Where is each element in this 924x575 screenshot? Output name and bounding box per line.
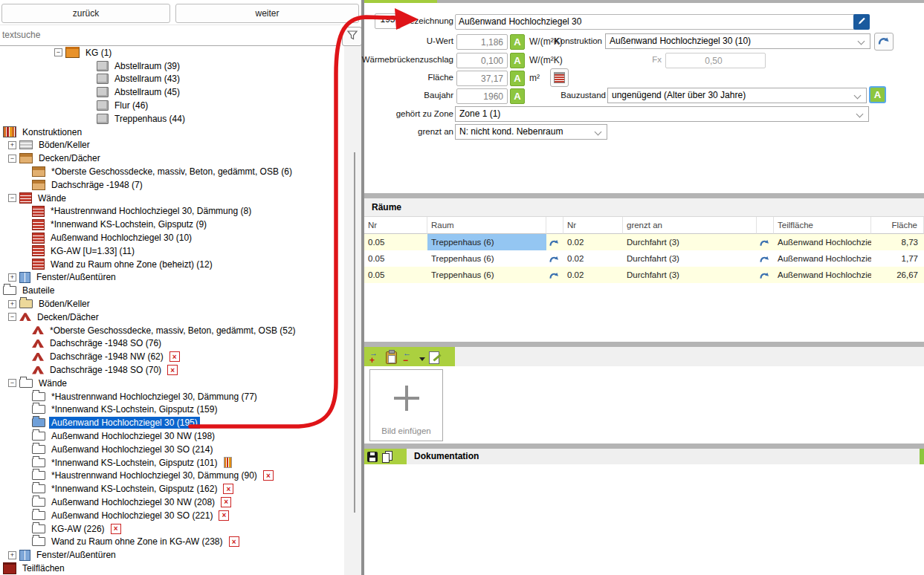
remove-row-icon[interactable] — [401, 350, 416, 364]
tree-item[interactable]: *Oberste Geschossdecke, massiv, Beton, g… — [0, 324, 342, 337]
zone-dropdown[interactable]: Zone 1 (1) — [455, 106, 869, 122]
tree-item[interactable]: *Innenwand KS-Lochstein, Gipsputz (101) — [0, 456, 342, 470]
cell-flaeche[interactable]: 8,73 — [871, 234, 924, 250]
cell-grenzt-an[interactable]: Durchfahrt (3) — [623, 250, 757, 267]
expand-toggle-icon[interactable] — [8, 379, 16, 387]
konstruktion-dropdown[interactable]: Außenwand Hochlochziegel 30 (10) — [605, 33, 870, 49]
tree-scrollbar-thumb[interactable] — [354, 152, 355, 513]
baujahr-auto-badge[interactable]: A — [510, 88, 525, 104]
tree-item[interactable]: *Haustrennwand Hochlochziegel 30, Dämmun… — [0, 470, 342, 483]
flaeche-auto-badge[interactable]: A — [510, 71, 525, 86]
tree-item[interactable]: Wand zu Raum ohne Zone in KG-AW (238) — [0, 535, 342, 548]
expand-toggle-icon[interactable] — [8, 194, 16, 202]
next-button[interactable]: weiter — [175, 4, 359, 23]
cell-flaeche[interactable]: 1,77 — [871, 250, 924, 267]
tree-item[interactable]: Außenwand Hochlochziegel 30 NW (198) — [0, 429, 342, 443]
grenzt-an-dropdown[interactable]: N: nicht kond. Nebenraum — [455, 124, 607, 140]
tree-item[interactable]: Böden/Keller — [0, 139, 342, 152]
jump-arrow-icon[interactable] — [546, 250, 563, 267]
col-nr[interactable]: Nr — [364, 217, 427, 234]
cell-grenzt-an[interactable]: Durchfahrt (3) — [623, 234, 757, 250]
tree-item[interactable]: KG-AW [U=1.33] (11) — [0, 244, 342, 258]
wbz-auto-badge[interactable]: A — [510, 53, 525, 68]
tree-scrollbar[interactable] — [344, 46, 361, 575]
cell-flaeche[interactable]: 26,67 — [871, 267, 924, 283]
raeume-table-row[interactable]: 0.05 Treppenhaus (6) 0.02 Durchfahrt (3)… — [364, 267, 924, 283]
flaeche-input[interactable] — [456, 71, 508, 86]
raeume-table-row[interactable]: 0.05 Treppenhaus (6) 0.02 Durchfahrt (3)… — [364, 250, 924, 267]
cell-raum[interactable]: Treppenhaus (6) — [427, 250, 546, 267]
splitter[interactable] — [364, 444, 924, 449]
jump-arrow-icon[interactable] — [757, 267, 774, 283]
copy-icon[interactable] — [382, 451, 392, 462]
cell-nr2[interactable]: 0.02 — [563, 234, 623, 250]
col-teilflaeche[interactable]: Teilfläche — [774, 217, 871, 234]
tree-item[interactable]: Dachschräge -1948 NW (62) — [0, 350, 342, 363]
u-wert-auto-badge[interactable]: A — [510, 34, 525, 50]
raeume-table-row[interactable]: 0.05 Treppenhaus (6) 0.02 Durchfahrt (3)… — [364, 234, 924, 250]
expand-toggle-icon[interactable] — [8, 141, 16, 149]
baujahr-input[interactable] — [456, 88, 508, 104]
tree-item[interactable]: Außenwand Hochlochziegel 30 NW (208) — [0, 496, 342, 509]
text-search-input[interactable]: textsuche — [0, 25, 340, 46]
cell-raum[interactable]: Treppenhaus (6) — [427, 234, 546, 250]
tree-item[interactable]: Decken/Dächer — [0, 311, 342, 324]
tree-item[interactable]: Wand zu Raum ohne Zone (beheizt) (12) — [0, 258, 342, 271]
tree-item[interactable]: KG (1) — [0, 46, 342, 59]
tree-item[interactable]: Dachschräge -1948 (7) — [0, 178, 342, 192]
expand-toggle-icon[interactable] — [8, 551, 16, 559]
tree-item[interactable]: Außenwand Hochlochziegel 30 (195) — [0, 416, 342, 429]
splitter[interactable] — [364, 342, 924, 347]
col-flaeche[interactable]: Fläche [m²] — [871, 217, 924, 234]
tree-item[interactable]: Konstruktionen — [0, 126, 342, 139]
expand-toggle-icon[interactable] — [54, 48, 62, 56]
tree-item[interactable]: Flur (46) — [0, 99, 342, 112]
tree-item[interactable]: Abstellraum (43) — [0, 73, 342, 86]
jump-arrow-icon[interactable] — [757, 234, 774, 250]
insert-document-icon[interactable] — [429, 351, 439, 364]
paste-icon[interactable] — [386, 351, 397, 364]
fx-input[interactable] — [665, 53, 766, 68]
goto-konstruktion-button[interactable] — [874, 33, 894, 51]
cell-nr[interactable]: 0.05 — [364, 250, 427, 267]
bauzustand-auto-button[interactable]: A — [869, 86, 886, 103]
jump-arrow-icon[interactable] — [546, 267, 563, 283]
cell-raum[interactable]: Treppenhaus (6) — [427, 267, 546, 283]
tree-item[interactable]: Fenster/Außentüren — [0, 548, 342, 562]
tree-item[interactable]: Außenwand Hochlochziegel 30 SO (221) — [0, 509, 342, 522]
u-wert-input[interactable] — [456, 34, 508, 50]
tree-item[interactable]: Teilflächen — [0, 562, 342, 575]
col-nr2[interactable]: Nr — [563, 217, 623, 234]
splitter[interactable] — [364, 193, 924, 198]
bauzustand-dropdown[interactable]: ungenügend (Alter über 30 Jahre) — [607, 88, 867, 103]
expand-toggle-icon[interactable] — [8, 273, 16, 282]
tree-item[interactable]: Abstellraum (39) — [0, 59, 342, 73]
tree-item[interactable]: Außenwand Hochlochziegel 30 (10) — [0, 231, 342, 244]
add-row-icon[interactable] — [367, 350, 382, 364]
tree-item[interactable]: Dachschräge -1948 SO (76) — [0, 337, 342, 351]
tree-item[interactable]: KG-AW (226) — [0, 522, 342, 536]
tree-item[interactable]: *Innenwand KS-Lochstein, Gipsputz (159) — [0, 403, 342, 417]
bezeichnung-input[interactable]: Außenwand Hochlochziegel 30 — [455, 14, 856, 30]
tree-item[interactable]: Fenster/Außentüren — [0, 271, 342, 285]
tree-item[interactable]: *Innenwand KS-Lochstein, Gipsputz (9) — [0, 218, 342, 231]
cell-teilflaeche[interactable]: Außenwand Hochlochziegel ... — [774, 250, 871, 267]
tree-item[interactable]: *Haustrennwand Hochlochziegel 30, Dämmun… — [0, 205, 342, 218]
tree-item[interactable]: Bauteile — [0, 284, 342, 297]
cell-teilflaeche[interactable]: Außenwand Hochlochziegel ... — [774, 267, 871, 283]
col-grenzt-an[interactable]: grenzt an — [623, 217, 757, 234]
tree-item[interactable]: Böden/Keller — [0, 297, 342, 311]
save-icon[interactable] — [367, 452, 378, 462]
expand-toggle-icon[interactable] — [8, 313, 16, 321]
tree-item[interactable]: Dachschräge -1948 SO (70) — [0, 363, 342, 377]
tree-item[interactable]: Decken/Dächer — [0, 152, 342, 165]
tree-item[interactable]: Abstellraum (45) — [0, 85, 342, 99]
expand-toggle-icon[interactable] — [8, 155, 16, 163]
cell-grenzt-an[interactable]: Durchfahrt (3) — [623, 267, 757, 283]
back-button[interactable]: zurück — [1, 4, 170, 23]
menu-caret-icon[interactable] — [419, 357, 425, 361]
tree-item[interactable]: Wände — [0, 192, 342, 205]
cell-nr[interactable]: 0.05 — [364, 234, 427, 250]
tree-item[interactable]: *Innenwand KS-Lochstein, Gipsputz (162) — [0, 482, 342, 496]
teilflaechen-button[interactable] — [550, 68, 569, 87]
